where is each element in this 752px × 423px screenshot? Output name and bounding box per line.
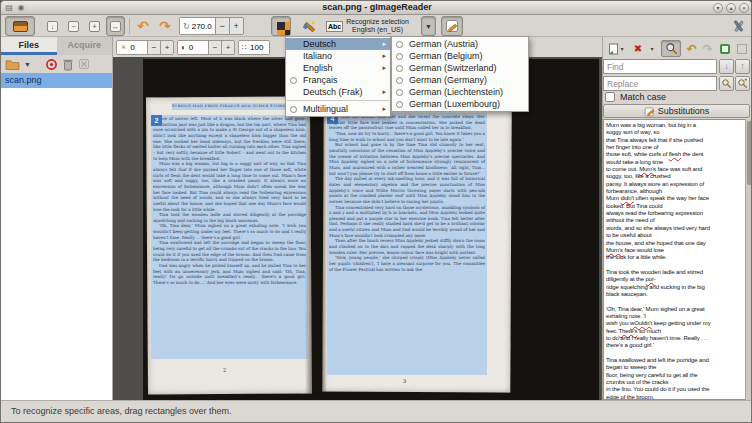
- book-gutter-shadow: [305, 97, 327, 394]
- brightness-decrease-button[interactable]: −: [147, 41, 160, 54]
- window-title: scan.png - gImageReader: [1, 2, 752, 12]
- region-chip-2: 2: [151, 115, 162, 126]
- submenu-item-label: German (Switzerland): [409, 63, 524, 73]
- menu-item-deutsch[interactable]: Deutsch▸: [286, 38, 390, 50]
- find-prev-button[interactable]: ↑: [735, 59, 750, 74]
- zoom-original-icon: ↓: [47, 21, 58, 32]
- titlebar[interactable]: ▤ ◉ scan.png - gImageReader ▾ ▴ ×: [1, 1, 752, 15]
- rotation-decrease-button[interactable]: −: [215, 18, 229, 34]
- submenu-item-german-belgium-[interactable]: German (Belgium): [392, 50, 528, 62]
- insert-mode-button[interactable]: ▾: [604, 40, 628, 57]
- menu-item-fran-ais[interactable]: Français: [286, 74, 390, 86]
- submenu-item-label: German (Germany): [409, 75, 524, 85]
- zoom-original-button[interactable]: ↓: [43, 16, 62, 36]
- show-controls-toggle[interactable]: [5, 16, 35, 36]
- image-controls-toggle[interactable]: [271, 16, 291, 36]
- contrast-spinbox[interactable]: ◐0 − +: [177, 40, 235, 55]
- contrast-decrease-button[interactable]: −: [208, 41, 221, 54]
- scrollbar-thumb[interactable]: [747, 121, 752, 185]
- match-case-checkbox[interactable]: [605, 92, 615, 102]
- menu-item-italiano[interactable]: Italiano▸: [286, 50, 390, 62]
- zoom-in-button[interactable]: +: [85, 16, 104, 36]
- submenu-arrow-icon: ▸: [382, 88, 386, 96]
- radio-icon: [290, 106, 297, 113]
- tab-files[interactable]: Files: [1, 37, 57, 55]
- contrast-increase-button[interactable]: +: [221, 41, 234, 54]
- file-list[interactable]: scan.png: [1, 73, 113, 400]
- clear-output-icon: [737, 44, 747, 54]
- autodetect-layout-button[interactable]: [297, 16, 319, 36]
- zoom-fit-button[interactable]: ↔: [106, 16, 125, 36]
- menu-item-english[interactable]: English▸: [286, 62, 390, 74]
- controls-icon: [13, 21, 28, 32]
- preferences-button[interactable]: [727, 16, 749, 36]
- rotation-increase-button[interactable]: +: [229, 18, 243, 34]
- radio-icon: [396, 53, 403, 60]
- strip-linebreaks-button[interactable]: ✖: [631, 40, 645, 57]
- language-submenu: German (Austria)German (Belgium)German (…: [391, 36, 529, 112]
- undo-button[interactable]: ↶: [684, 40, 699, 57]
- zoom-fit-icon: ↔: [110, 21, 121, 32]
- tab-acquire[interactable]: Acquire: [57, 37, 113, 55]
- sources-tabs: Files Acquire: [1, 37, 113, 55]
- rotate-right-button[interactable]: ↷: [155, 16, 175, 36]
- ocr-region-left[interactable]: a slice of mirror left. Most of it was b…: [151, 115, 308, 359]
- output-text[interactable]: Mum was a big woman, but big in a soggy …: [603, 119, 745, 400]
- brightness-increase-button[interactable]: +: [160, 41, 173, 54]
- recognize-language: English (en_US): [352, 26, 403, 33]
- menu-item-deutsch-frak-[interactable]: Deutsch (Frak)▸: [286, 86, 390, 98]
- rotate-left-icon: ↶: [137, 17, 149, 35]
- submenu-arrow-icon: ▸: [382, 64, 386, 72]
- ocr-region-right[interactable]: Tina took the broom with her and she swe…: [327, 113, 487, 375]
- redo-button[interactable]: ↷: [700, 40, 715, 57]
- abc-icon: Abc: [326, 21, 343, 32]
- image-controls-icon: [277, 22, 285, 30]
- add-images-dropdown[interactable]: ▼: [24, 61, 31, 68]
- find-input[interactable]: [603, 59, 717, 74]
- substitutions-button[interactable]: Substitutions: [603, 104, 750, 118]
- recognize-button[interactable]: Abc Recognize selection English (en_US): [323, 16, 419, 36]
- brightness-icon: ☀: [120, 43, 127, 52]
- clear-list-button[interactable]: [78, 58, 90, 70]
- brightness-spinbox[interactable]: ☀0 − +: [116, 40, 174, 55]
- right-page-text: Tina took the broom with her and she swe…: [329, 114, 485, 272]
- chevron-down-icon: ▼: [425, 23, 432, 30]
- radio-icon: [396, 77, 403, 84]
- add-images-button[interactable]: [5, 59, 20, 70]
- close-button[interactable]: ×: [739, 3, 749, 13]
- brightness-value[interactable]: 0: [130, 43, 134, 52]
- submenu-item-german-liechtenstein-[interactable]: German (Liechtenstein): [392, 86, 528, 98]
- replace-all-button[interactable]: [735, 76, 750, 91]
- contrast-value[interactable]: 0: [189, 43, 193, 52]
- remove-image-button[interactable]: [45, 58, 58, 71]
- save-output-button[interactable]: [717, 40, 732, 57]
- submenu-item-german-austria-[interactable]: German (Austria): [392, 38, 528, 50]
- find-replace-toggle[interactable]: [661, 40, 681, 57]
- menu-item-multilingual[interactable]: Multilingual▸: [286, 103, 390, 115]
- file-list-item[interactable]: scan.png: [1, 73, 112, 88]
- submenu-item-german-germany-[interactable]: German (Germany): [392, 74, 528, 86]
- clear-output-button[interactable]: [734, 40, 749, 57]
- replace-input[interactable]: [603, 76, 717, 91]
- find-next-button[interactable]: ↓: [719, 59, 734, 74]
- rotation-value[interactable]: 270.0: [192, 22, 212, 31]
- output-pane-toggle[interactable]: [441, 16, 463, 36]
- magic-wand-icon: [301, 19, 316, 34]
- language-dropdown-button[interactable]: ▼: [421, 16, 436, 36]
- submenu-item-german-switzerland-[interactable]: German (Switzerland): [392, 62, 528, 74]
- output-scrollbar[interactable]: [745, 119, 752, 400]
- replace-button[interactable]: [719, 76, 734, 91]
- match-case-row: Match case: [605, 92, 666, 102]
- rotation-spinbox[interactable]: ↻270.0 − +: [179, 17, 244, 35]
- resolution-spinbox[interactable]: ∷100: [238, 40, 270, 55]
- rotate-icon: ↻: [183, 22, 190, 31]
- menu-item-label: Multilingual: [303, 104, 382, 114]
- zoom-out-button[interactable]: −: [64, 16, 83, 36]
- maximize-button[interactable]: ▴: [726, 3, 736, 13]
- delete-image-button[interactable]: [62, 58, 74, 71]
- submenu-item-german-luxembourg-[interactable]: German (Luxembourg): [392, 98, 528, 110]
- minimize-button[interactable]: ▾: [713, 3, 723, 13]
- resolution-value[interactable]: 100: [250, 43, 263, 52]
- rotate-left-button[interactable]: ↶: [133, 16, 153, 36]
- strip-linebreaks-dropdown[interactable]: ▾: [646, 40, 658, 57]
